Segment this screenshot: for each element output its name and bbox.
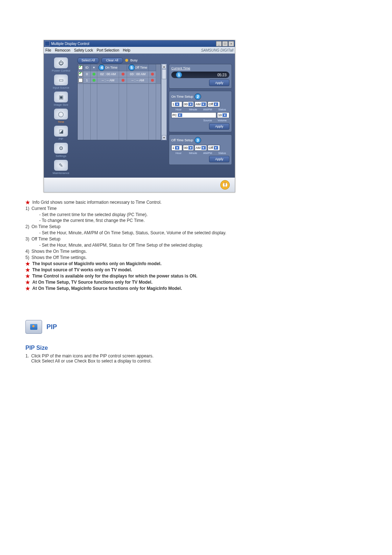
sidebar-item-power[interactable]: ⏻ Power Control bbox=[47, 57, 75, 72]
off-hour-select[interactable]: 1▾ bbox=[171, 145, 182, 151]
off-status-select[interactable]: Off▾ bbox=[208, 145, 220, 151]
app-window: Multiple Display Control _ □ × File Remo… bbox=[44, 40, 235, 193]
menu-port-selection[interactable]: Port Selection bbox=[97, 48, 119, 52]
sidebar-item-maintenance[interactable]: ✎ Maintenance bbox=[47, 159, 75, 175]
table-row[interactable]: 1 -- : -- AM -- : -- AM bbox=[78, 77, 161, 84]
pip-section-icon bbox=[25, 320, 42, 334]
scrollbar[interactable]: ▲ ▼ bbox=[161, 64, 167, 140]
cell-id: 0 bbox=[83, 71, 91, 77]
scroll-thumb[interactable] bbox=[162, 69, 166, 79]
list-text: On Time Setup bbox=[32, 224, 61, 229]
minute-select[interactable]: 00▾ bbox=[183, 101, 194, 107]
status-dot-icon bbox=[93, 73, 95, 76]
close-button[interactable]: × bbox=[228, 41, 234, 46]
col-off-time: 5 Off Time bbox=[127, 64, 149, 71]
col-check bbox=[78, 64, 83, 71]
status-dot-icon bbox=[151, 79, 154, 82]
current-time-header: Current Time bbox=[171, 66, 190, 70]
sidebar-item-settings[interactable]: ⚙ Settings bbox=[47, 142, 75, 158]
menu-remocon[interactable]: Remocon bbox=[55, 48, 70, 52]
titlebar: Multiple Display Control _ □ × bbox=[44, 40, 235, 47]
sidebar-item-time[interactable]: ◯ Time bbox=[47, 108, 75, 123]
sidebar-item-label: Maintenance bbox=[47, 171, 75, 175]
menubar: File Remocon Safety Lock Port Selection … bbox=[44, 47, 235, 54]
window-title: Multiple Display Control bbox=[51, 42, 89, 46]
brand-text: SAMSUNG DIGITall bbox=[201, 48, 233, 52]
row-checkbox[interactable] bbox=[78, 78, 83, 82]
scroll-up-icon[interactable]: ▲ bbox=[162, 64, 166, 69]
star-icon: ★ bbox=[25, 286, 30, 291]
star-icon: ★ bbox=[25, 200, 30, 205]
doc-bold-text: The Input source of TV works only on TV … bbox=[32, 267, 132, 272]
time-icon: ◯ bbox=[54, 109, 68, 119]
list-sub: - To change the current time, first chan… bbox=[39, 218, 367, 223]
sidebar-item-pip[interactable]: ◪ PIP bbox=[47, 125, 75, 141]
list-text: Shows the On Time settings. bbox=[32, 249, 87, 254]
warning-icon: ! bbox=[220, 180, 230, 190]
footer-bar: ! bbox=[44, 178, 235, 192]
off-minute-select[interactable]: 00▾ bbox=[183, 145, 194, 151]
list-text: Shows the Off Time settings. bbox=[32, 255, 87, 260]
list-num: 1) bbox=[25, 206, 29, 211]
apply-button[interactable]: Apply bbox=[209, 80, 229, 86]
star-icon: ★ bbox=[25, 280, 30, 285]
list-text: Off Time Setup bbox=[32, 236, 61, 242]
on-time-panel: On Time Setup 2 1▾ 00▾ AM▾ Off▾ HourMinu… bbox=[169, 91, 232, 132]
row-checkbox[interactable] bbox=[78, 72, 83, 76]
busy-label: Busy bbox=[130, 58, 138, 62]
col-status: ✶ bbox=[91, 64, 97, 71]
col-on-time: 4 On Time bbox=[97, 64, 119, 71]
maintenance-icon: ✎ bbox=[54, 160, 68, 171]
input-icon: ▭ bbox=[54, 74, 68, 85]
sidebar-item-label: Image Size bbox=[47, 103, 75, 106]
menu-safety-lock[interactable]: Safety Lock bbox=[74, 48, 93, 52]
col-id: ID bbox=[83, 64, 91, 71]
status-dot-icon bbox=[122, 79, 124, 82]
maximize-button[interactable]: □ bbox=[222, 41, 228, 46]
badge-1: 1 bbox=[176, 72, 182, 78]
status-dot-icon bbox=[151, 73, 154, 76]
table-row[interactable]: 0 02 : 00 AM 03 : 00 AM bbox=[78, 71, 161, 77]
hour-select[interactable]: 1▾ bbox=[171, 101, 182, 107]
col-blank bbox=[119, 64, 127, 71]
list-num: 4) bbox=[25, 249, 29, 254]
minimize-button[interactable]: _ bbox=[216, 41, 222, 46]
sub-heading: PIP Size bbox=[25, 345, 367, 351]
off-ampm-select[interactable]: AM▾ bbox=[195, 145, 207, 151]
cell-id: 1 bbox=[83, 77, 91, 84]
section-title: PIP bbox=[46, 323, 57, 331]
apply-button[interactable]: Apply bbox=[209, 123, 229, 130]
info-grid: ID ✶ 4 On Time 5 Off Time 0 02 : 00 AM 0… bbox=[77, 64, 161, 140]
list-num: 5) bbox=[25, 255, 29, 260]
busy-icon bbox=[125, 59, 128, 62]
list-text: Current Time bbox=[32, 206, 57, 211]
status-select[interactable]: Off▾ bbox=[208, 101, 220, 107]
badge-3: 3 bbox=[195, 137, 201, 143]
apply-button[interactable]: Apply bbox=[209, 156, 229, 162]
sidebar-item-label: Input Source bbox=[47, 86, 75, 89]
list-sub: - Set the Hour, Minute, AM/PM of On Time… bbox=[39, 230, 367, 235]
sidebar-item-image-size[interactable]: ▣ Image Size bbox=[47, 91, 75, 106]
sidebar-item-input[interactable]: ▭ Input Source bbox=[47, 74, 75, 89]
cell-off-time: -- : -- AM bbox=[127, 77, 149, 84]
sidebar: ⏻ Power Control ▭ Input Source ▣ Image S… bbox=[47, 57, 75, 175]
menu-help[interactable]: Help bbox=[123, 48, 130, 52]
cell-on-time: -- : -- AM bbox=[97, 77, 119, 84]
star-icon: ★ bbox=[25, 267, 30, 272]
ol-num: 1. bbox=[25, 353, 29, 364]
source-select[interactable]: PC▾ bbox=[171, 112, 216, 118]
menu-file[interactable]: File bbox=[45, 48, 51, 52]
star-icon: ★ bbox=[25, 274, 30, 279]
clear-all-button[interactable]: Clear All bbox=[101, 57, 123, 64]
list-num: 2) bbox=[25, 224, 29, 229]
badge-4: 4 bbox=[98, 64, 105, 71]
ampm-select[interactable]: AM▾ bbox=[195, 101, 207, 107]
sidebar-item-label: PIP bbox=[47, 137, 75, 141]
select-all-button[interactable]: Select All bbox=[77, 57, 99, 64]
cell-on-time: 02 : 00 AM bbox=[97, 71, 119, 77]
volume-select[interactable]: 10▾ bbox=[217, 112, 229, 118]
scroll-down-icon[interactable]: ▼ bbox=[162, 135, 166, 140]
ol-text: Click Select All or use Check Box to sel… bbox=[31, 358, 154, 364]
pip-icon: ◪ bbox=[54, 126, 68, 137]
off-time-panel: Off Time Setup 3 1▾ 00▾ AM▾ Off▾ HourMin… bbox=[169, 134, 232, 165]
